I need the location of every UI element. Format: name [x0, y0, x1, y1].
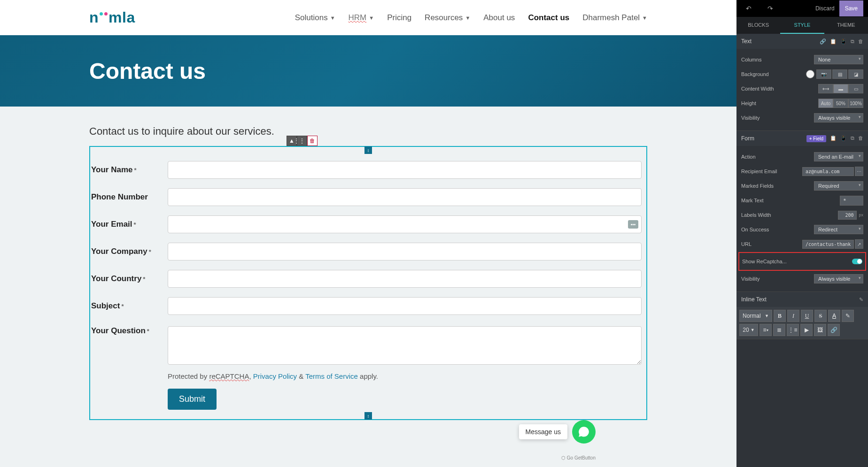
italic-button[interactable]: I [787, 310, 799, 322]
submit-button[interactable]: Submit [168, 389, 217, 410]
form-visibility-select[interactable]: Always visible [814, 274, 863, 283]
privacy-link[interactable]: Privacy Policy [253, 372, 297, 380]
bold-button[interactable]: B [774, 310, 786, 322]
strike-button[interactable]: S [814, 310, 827, 322]
tab-theme[interactable]: THEME [824, 17, 868, 34]
email-suggest-icon[interactable]: ••• [628, 220, 638, 229]
color-swatch[interactable] [806, 70, 814, 78]
company-label: Your Company* [90, 247, 168, 256]
link-button[interactable]: 🔗 [828, 324, 840, 336]
nav-user[interactable]: Dharmesh Patel▼ [582, 13, 647, 23]
country-input[interactable] [168, 270, 642, 288]
tab-blocks[interactable]: BLOCKS [736, 17, 780, 34]
mark-text-input[interactable] [840, 196, 863, 206]
shape-icon[interactable]: ◪ [848, 69, 863, 79]
nav-contact[interactable]: Contact us [528, 13, 569, 23]
brush-icon[interactable]: ✎ [859, 297, 863, 303]
copy-icon[interactable]: ⧉ [851, 135, 854, 142]
height-50[interactable]: 50% [833, 99, 848, 108]
image-icon[interactable]: 📷 [816, 69, 831, 79]
width-small[interactable]: ⟷ [818, 84, 833, 93]
underline-button[interactable]: U [801, 310, 813, 322]
redo-button[interactable]: ↷ [763, 2, 778, 15]
copy-icon[interactable]: ⧉ [851, 38, 854, 45]
getbutton-credit[interactable]: ⬡Go GetButton [561, 455, 596, 460]
phone-label: Phone Number [90, 192, 168, 202]
company-input[interactable] [168, 243, 642, 260]
recipient-input[interactable] [802, 167, 854, 176]
width-full[interactable]: ▭ [848, 84, 863, 93]
nav-pricing[interactable]: Pricing [387, 13, 411, 23]
clear-format-button[interactable]: ✎ [842, 310, 854, 322]
labels-width-input[interactable] [838, 211, 857, 220]
background-label: Background [741, 71, 769, 77]
action-select[interactable]: Send an E-mail [814, 152, 863, 161]
nav-label: Contact us [528, 13, 569, 23]
rich-text-toolbar: Normal▼ B I U S A ✎ 20▼ ≡▾ ≣ ⋮≡ ▶ 🖼 🔗 [736, 307, 868, 339]
add-field-button[interactable]: + Field [806, 135, 826, 142]
tab-style[interactable]: STYLE [780, 17, 824, 34]
subject-input[interactable] [168, 297, 642, 315]
image-button[interactable]: 🖼 [814, 324, 826, 336]
delete-button[interactable]: 🗑 [307, 136, 318, 146]
align-button[interactable]: ≡▾ [760, 324, 772, 336]
height-auto[interactable]: Auto [818, 99, 833, 108]
panel-tabs: BLOCKS STYLE THEME [736, 17, 868, 34]
external-link-icon[interactable]: ↗ [855, 239, 863, 249]
chat-message[interactable]: Message us [519, 424, 567, 439]
number-list-button[interactable]: ⋮≡ [787, 324, 799, 336]
px-unit: px [859, 213, 863, 217]
marked-select[interactable]: Required [814, 181, 863, 191]
logo[interactable]: nmla [89, 9, 135, 26]
heading-select[interactable]: Normal▼ [739, 310, 772, 322]
url-input[interactable] [802, 240, 854, 249]
action-label: Action [741, 154, 756, 160]
trash-icon[interactable]: 🗑 [858, 135, 863, 142]
on-success-select[interactable]: Redirect [814, 225, 863, 234]
mobile-icon[interactable]: 📱 [840, 135, 847, 142]
save-button[interactable]: Save [839, 0, 863, 16]
recaptcha-toggle[interactable] [852, 259, 862, 264]
font-color-button[interactable]: A [828, 310, 840, 322]
width-med[interactable]: ▬ [833, 84, 848, 93]
hero-banner: Contact us [0, 35, 736, 107]
tos-link[interactable]: Terms of Service [305, 372, 358, 380]
font-size-select[interactable]: 20▼ [739, 324, 758, 336]
resize-handle-bottom[interactable]: ↕ [364, 412, 372, 420]
email-input[interactable]: ••• [168, 215, 642, 233]
subject-label: Subject* [90, 301, 168, 311]
name-input[interactable] [168, 161, 642, 179]
visibility-select[interactable]: Always visible [814, 113, 863, 122]
clipboard-icon[interactable]: 📋 [830, 38, 837, 45]
height-100[interactable]: 100% [848, 99, 863, 108]
phone-input[interactable] [168, 188, 642, 206]
form-selected[interactable]: ↕ Your Name* Phone Number Your Email* ••… [89, 146, 647, 420]
mobile-icon[interactable]: 📱 [840, 38, 847, 45]
caret-icon: ▼ [330, 15, 335, 21]
labels-width-label: Labels Width [741, 212, 771, 218]
nav-label: Dharmesh Patel [582, 13, 640, 23]
grid-button[interactable]: ⋮⋮⋮ [297, 136, 307, 146]
caret-icon: ▼ [642, 15, 647, 21]
logo-text-1: n [89, 9, 99, 26]
recaptcha-notice: Protected by reCAPTCHA, Privacy Policy &… [90, 372, 642, 380]
discard-button[interactable]: Discard [811, 2, 839, 15]
section-title: Inline Text [741, 296, 767, 303]
link-icon[interactable]: 🔗 [820, 38, 826, 45]
undo-button[interactable]: ↶ [741, 2, 756, 15]
whatsapp-button[interactable] [572, 420, 596, 444]
video-icon[interactable]: ▤ [832, 69, 847, 79]
nav-hrm[interactable]: HRM▼ [349, 13, 374, 23]
trash-icon[interactable]: 🗑 [858, 38, 863, 45]
more-icon[interactable]: ⋯ [855, 167, 863, 176]
resize-handle-top[interactable]: ↕ [364, 146, 372, 154]
nav-resources[interactable]: Resources▼ [425, 13, 470, 23]
columns-select[interactable]: None [814, 55, 863, 64]
nav-about[interactable]: About us [483, 13, 515, 23]
nav-solutions[interactable]: Solutions▼ [295, 13, 335, 23]
animation-button[interactable]: ▶ [800, 324, 813, 336]
bullet-list-button[interactable]: ≣ [773, 324, 785, 336]
clipboard-icon[interactable]: 📋 [830, 135, 837, 142]
country-label: Your Country* [90, 274, 168, 283]
question-textarea[interactable] [168, 326, 642, 365]
